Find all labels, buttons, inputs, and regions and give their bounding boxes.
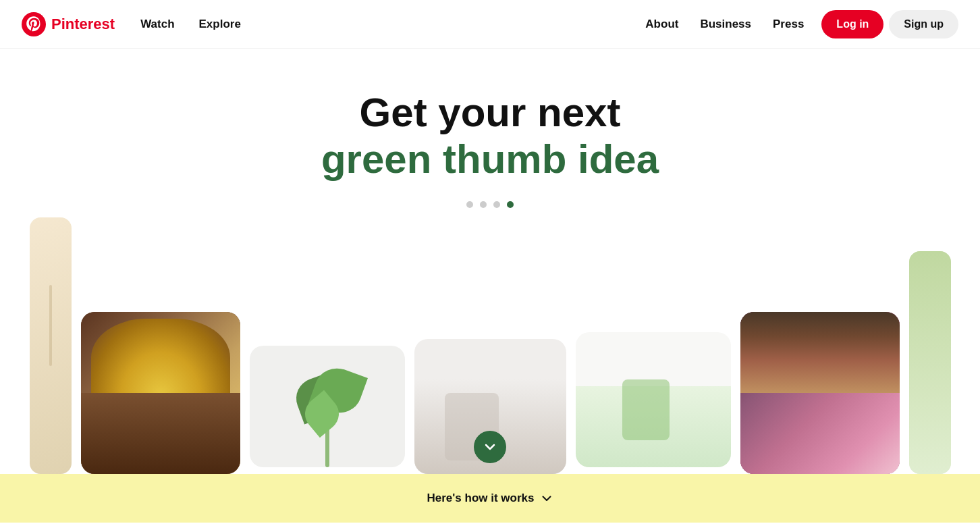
navbar: Pinterest Watch Explore About Business P… — [0, 0, 980, 49]
image-card-far-right — [909, 251, 951, 474]
pinterest-icon — [22, 12, 46, 36]
login-button[interactable]: Log in — [821, 10, 883, 38]
nav-left-links: Watch Explore — [131, 12, 250, 36]
hero-section: Get your next green thumb idea — [0, 49, 980, 474]
dot-2[interactable] — [480, 201, 487, 208]
dot-3[interactable] — [493, 201, 500, 208]
signup-button[interactable]: Sign up — [889, 10, 958, 38]
chevron-down-icon-bar — [541, 492, 553, 504]
nav-explore[interactable]: Explore — [190, 12, 250, 36]
how-it-works-label: Here's how it works — [427, 492, 535, 505]
logo-link[interactable]: Pinterest — [22, 12, 115, 36]
nav-right: About Business Press Log in Sign up — [636, 10, 958, 38]
hero-title-line1: Get your next — [321, 89, 659, 136]
nav-watch[interactable]: Watch — [131, 12, 184, 36]
image-card-basket — [81, 312, 240, 474]
image-strip — [0, 231, 980, 474]
dot-4[interactable] — [507, 201, 514, 208]
image-card-right-plant — [576, 332, 731, 467]
how-it-works-bar[interactable]: Here's how it works — [0, 474, 980, 523]
nav-about[interactable]: About — [636, 12, 688, 36]
nav-business[interactable]: Business — [690, 12, 761, 36]
hero-dots — [466, 201, 514, 208]
hero-title-line2: green thumb idea — [321, 136, 659, 182]
center-card-wrap — [414, 339, 566, 474]
svg-point-0 — [22, 12, 46, 36]
nav-press[interactable]: Press — [763, 12, 813, 36]
chevron-down-icon — [483, 440, 497, 454]
hero-text: Get your next green thumb idea — [321, 89, 659, 182]
image-card-garden — [740, 312, 900, 474]
brand-name: Pinterest — [51, 16, 115, 33]
image-card-monstera — [250, 346, 405, 467]
scroll-down-button[interactable] — [474, 431, 506, 463]
how-it-works-chevron — [541, 492, 553, 504]
image-card-far-left — [30, 217, 72, 474]
dot-1[interactable] — [466, 201, 473, 208]
